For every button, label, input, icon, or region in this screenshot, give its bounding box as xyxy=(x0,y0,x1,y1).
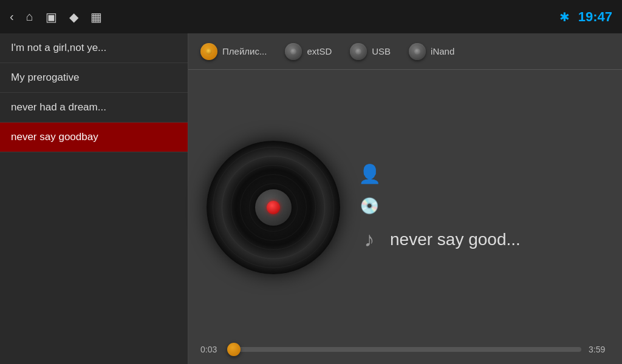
progress-thumb[interactable] xyxy=(227,343,241,356)
source-tab-inand[interactable]: iNand xyxy=(409,43,454,60)
tab-label-usb: USB xyxy=(372,46,391,56)
playlist-item[interactable]: I'm not a girl,not ye... xyxy=(0,33,188,63)
home-nav-icon[interactable]: ⌂ xyxy=(26,10,33,24)
track-title: never say good... xyxy=(390,230,521,249)
tab-dot-inner-inand xyxy=(414,49,420,55)
current-time: 19:47 xyxy=(578,9,612,25)
vinyl-center xyxy=(255,189,292,226)
progress-track[interactable] xyxy=(229,347,581,352)
artist-icon: 👤 xyxy=(358,163,380,184)
tab-dot-inner-usb xyxy=(355,49,361,55)
playlist-panel: I'm not a girl,not ye... My prerogative … xyxy=(0,33,188,364)
tab-label-extsd: extSD xyxy=(307,46,332,56)
top-bar-status: ✱ 19:47 xyxy=(559,9,612,25)
artist-row: 👤 xyxy=(358,163,604,184)
album-icon: 💿 xyxy=(358,197,380,215)
title-row: ♪ never say good... xyxy=(358,228,604,251)
playlist-item[interactable]: never had a dream... xyxy=(0,93,188,123)
current-time-label: 0:03 xyxy=(200,345,222,354)
playlist-item-active[interactable]: never say goodbay xyxy=(0,123,188,152)
tab-dot-usb xyxy=(350,43,367,60)
player-panel: Плейлис... extSD USB iNand xyxy=(188,33,622,364)
image-nav-icon[interactable]: ▦ xyxy=(91,10,102,24)
top-bar-nav: ‹ ⌂ ▣ ◆ ▦ xyxy=(10,10,102,24)
bluetooth-icon: ✱ xyxy=(559,10,570,24)
main-layout: I'm not a girl,not ye... My prerogative … xyxy=(0,33,622,364)
progress-bar-container: 0:03 3:59 xyxy=(200,345,610,354)
tab-dot-extsd xyxy=(285,43,302,60)
tab-label-playlist: Плейлис... xyxy=(222,46,267,56)
album-row: 💿 xyxy=(358,197,604,215)
source-tab-playlist[interactable]: Плейлис... xyxy=(200,43,267,60)
shield-nav-icon[interactable]: ◆ xyxy=(69,10,78,24)
playlist-item[interactable]: My prerogative xyxy=(0,63,188,93)
top-bar: ‹ ⌂ ▣ ◆ ▦ ✱ 19:47 xyxy=(0,0,622,33)
track-info: 👤 💿 ♪ never say good... xyxy=(358,163,604,251)
music-note-icon: ♪ xyxy=(358,228,380,251)
tab-dot-inner-extsd xyxy=(290,49,296,55)
total-time-label: 3:59 xyxy=(589,345,610,354)
tab-dot-playlist xyxy=(200,43,217,60)
source-tabs: Плейлис... extSD USB iNand xyxy=(188,33,622,70)
source-tab-extsd[interactable]: extSD xyxy=(285,43,332,60)
vinyl-dot xyxy=(267,201,280,214)
player-area: 👤 💿 ♪ never say good... xyxy=(188,70,622,345)
tab-dot-inand xyxy=(409,43,426,60)
tab-dot-inner-playlist xyxy=(206,49,212,55)
vinyl-disc xyxy=(207,141,340,274)
progress-area: 0:03 3:59 xyxy=(188,345,622,364)
source-tab-usb[interactable]: USB xyxy=(350,43,391,60)
vinyl-outer xyxy=(207,141,340,274)
tab-label-inand: iNand xyxy=(431,46,454,56)
back-nav-icon[interactable]: ‹ xyxy=(10,10,14,24)
window-nav-icon[interactable]: ▣ xyxy=(46,10,57,24)
